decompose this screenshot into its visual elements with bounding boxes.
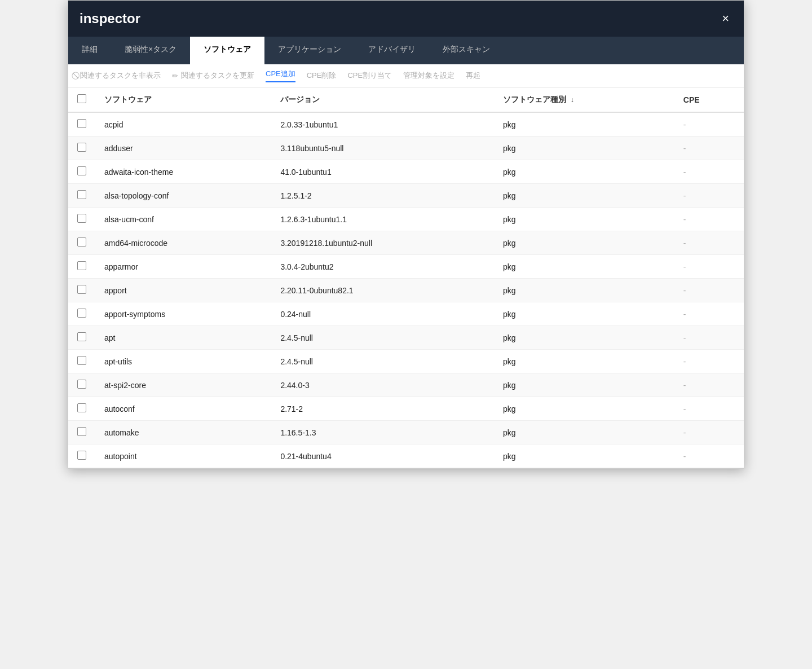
row-checkbox-cell — [68, 184, 95, 208]
table-row: autopoint0.21-4ubuntu4pkg- — [68, 444, 744, 468]
row-software-name: apport-symptoms — [95, 302, 271, 326]
row-cpe: - — [674, 255, 744, 279]
row-checkbox[interactable] — [77, 332, 86, 341]
row-type: pkg — [494, 302, 674, 326]
header-cpe[interactable]: CPE — [674, 87, 744, 112]
header-checkbox[interactable] — [68, 87, 95, 112]
row-checkbox[interactable] — [77, 119, 86, 128]
tab-bar: 詳細 脆弱性×タスク ソフトウェア アプリケーション アドバイザリ 外部スキャン — [68, 37, 744, 64]
table-row: apport2.20.11-0ubuntu82.1pkg- — [68, 279, 744, 302]
tab-vuln-tasks[interactable]: 脆弱性×タスク — [111, 37, 190, 64]
table-row: adwaita-icon-theme41.0-1ubuntu1pkg- — [68, 160, 744, 184]
row-cpe: - — [674, 231, 744, 255]
toolbar: ⃠ 関連するタスクを非表示 ✏ 関連するタスクを更新 CPE追加 CPE削除 C… — [68, 64, 744, 87]
close-button[interactable]: × — [718, 11, 732, 26]
restart-btn[interactable]: 再起 — [466, 71, 480, 81]
row-checkbox[interactable] — [77, 214, 86, 223]
row-cpe: - — [674, 373, 744, 397]
row-version: 0.24-null — [271, 302, 494, 326]
row-checkbox-cell — [68, 350, 95, 373]
row-cpe: - — [674, 160, 744, 184]
row-software-name: adwaita-icon-theme — [95, 160, 271, 184]
row-checkbox[interactable] — [77, 237, 86, 247]
table-row: at-spi2-core2.44.0-3pkg- — [68, 373, 744, 397]
delete-cpe-btn[interactable]: CPE削除 — [307, 71, 337, 81]
row-checkbox[interactable] — [77, 143, 86, 152]
row-cpe: - — [674, 184, 744, 208]
row-checkbox[interactable] — [77, 190, 86, 199]
row-software-name: automake — [95, 421, 271, 444]
hide-related-tasks-btn[interactable]: ⃠ 関連するタスクを非表示 — [77, 71, 161, 81]
row-software-name: apparmor — [95, 255, 271, 279]
row-checkbox-cell — [68, 444, 95, 468]
row-type: pkg — [494, 160, 674, 184]
row-type: pkg — [494, 184, 674, 208]
table-row: automake1.16.5-1.3pkg- — [68, 421, 744, 444]
update-related-tasks-btn[interactable]: ✏ 関連するタスクを更新 — [172, 71, 254, 81]
select-all-checkbox[interactable] — [77, 94, 86, 103]
row-checkbox-cell — [68, 137, 95, 160]
row-checkbox[interactable] — [77, 261, 86, 270]
table-row: apt-utils2.4.5-nullpkg- — [68, 350, 744, 373]
table-body: acpid2.0.33-1ubuntu1pkg-adduser3.118ubun… — [68, 112, 744, 468]
window-title: inspector — [80, 11, 140, 27]
row-checkbox[interactable] — [77, 356, 86, 365]
row-checkbox[interactable] — [77, 403, 86, 412]
row-type: pkg — [494, 208, 674, 231]
add-cpe-btn[interactable]: CPE追加 — [266, 69, 295, 82]
row-version: 1.2.5.1-2 — [271, 184, 494, 208]
row-checkbox[interactable] — [77, 380, 86, 389]
table-row: amd64-microcode3.20191218.1ubuntu2-nullp… — [68, 231, 744, 255]
row-cpe: - — [674, 112, 744, 137]
table-row: alsa-ucm-conf1.2.6.3-1ubuntu1.1pkg- — [68, 208, 744, 231]
row-checkbox-cell — [68, 279, 95, 302]
row-software-name: adduser — [95, 137, 271, 160]
header-software[interactable]: ソフトウェア — [95, 87, 271, 112]
row-checkbox[interactable] — [77, 451, 86, 460]
row-type: pkg — [494, 350, 674, 373]
table-row: adduser3.118ubuntu5-nullpkg- — [68, 137, 744, 160]
row-version: 0.21-4ubuntu4 — [271, 444, 494, 468]
table-row: apparmor3.0.4-2ubuntu2pkg- — [68, 255, 744, 279]
tab-software[interactable]: ソフトウェア — [190, 37, 264, 64]
assign-cpe-btn[interactable]: CPE割り当て — [347, 71, 392, 81]
header-type[interactable]: ソフトウェア種別 ↓ — [494, 87, 674, 112]
row-cpe: - — [674, 137, 744, 160]
row-version: 2.4.5-null — [271, 326, 494, 350]
row-cpe: - — [674, 302, 744, 326]
table-row: alsa-topology-conf1.2.5.1-2pkg- — [68, 184, 744, 208]
row-type: pkg — [494, 255, 674, 279]
row-software-name: apport — [95, 279, 271, 302]
set-managed-btn[interactable]: 管理対象を設定 — [403, 71, 454, 81]
tab-details[interactable]: 詳細 — [68, 37, 111, 64]
table-header-row: ソフトウェア バージョン ソフトウェア種別 ↓ CPE — [68, 87, 744, 112]
row-checkbox[interactable] — [77, 309, 86, 318]
row-version: 3.118ubuntu5-null — [271, 137, 494, 160]
row-cpe: - — [674, 397, 744, 421]
row-type: pkg — [494, 137, 674, 160]
row-software-name: apt — [95, 326, 271, 350]
header-version[interactable]: バージョン — [271, 87, 494, 112]
row-version: 2.20.11-0ubuntu82.1 — [271, 279, 494, 302]
row-version: 41.0-1ubuntu1 — [271, 160, 494, 184]
row-version: 3.0.4-2ubuntu2 — [271, 255, 494, 279]
row-checkbox-cell — [68, 160, 95, 184]
row-checkbox-cell — [68, 208, 95, 231]
row-type: pkg — [494, 279, 674, 302]
row-checkbox[interactable] — [77, 427, 86, 436]
row-type: pkg — [494, 421, 674, 444]
tab-advisory[interactable]: アドバイザリ — [355, 37, 429, 64]
row-checkbox[interactable] — [77, 285, 86, 294]
table-row: apt2.4.5-nullpkg- — [68, 326, 744, 350]
row-version: 1.16.5-1.3 — [271, 421, 494, 444]
table-row: apport-symptoms0.24-nullpkg- — [68, 302, 744, 326]
row-cpe: - — [674, 421, 744, 444]
tab-external-scan[interactable]: 外部スキャン — [429, 37, 504, 64]
row-software-name: autopoint — [95, 444, 271, 468]
row-type: pkg — [494, 444, 674, 468]
row-checkbox-cell — [68, 302, 95, 326]
tab-applications[interactable]: アプリケーション — [264, 37, 355, 64]
edit-icon: ✏ — [172, 72, 178, 80]
row-checkbox[interactable] — [77, 166, 86, 175]
row-software-name: alsa-topology-conf — [95, 184, 271, 208]
